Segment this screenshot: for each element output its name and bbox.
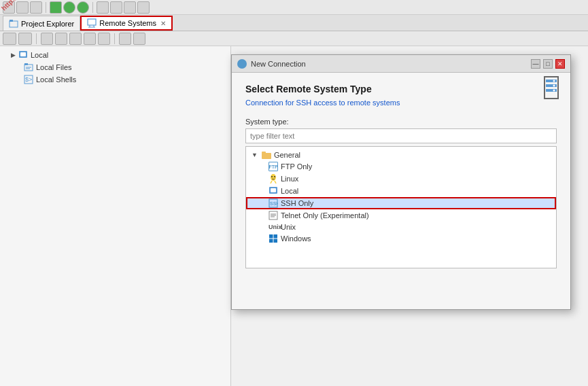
- tree-node-telnet-label: Telnet Only (Experimental): [281, 211, 369, 220]
- local-files-icon: [24, 63, 33, 72]
- ssh-connection-icon: [538, 75, 565, 102]
- tree-item-local-shells-label: Local Shells: [36, 75, 76, 84]
- ssh-icon: SSH: [269, 198, 278, 208]
- dialog-body: Select Remote System Type Connection for…: [232, 73, 570, 282]
- toolbar-btn-8[interactable]: [110, 1, 122, 14]
- svg-rect-37: [274, 234, 278, 239]
- system-type-label: System type:: [245, 118, 557, 126]
- tree-item-local-label: Local: [31, 51, 48, 59]
- tree-node-telnet[interactable]: ▶ Telnet Only (Experimental): [246, 209, 556, 222]
- svg-line-26: [271, 181, 272, 183]
- svg-point-24: [271, 176, 273, 177]
- toolbar-btn-4[interactable]: [50, 1, 62, 14]
- svg-rect-36: [269, 234, 273, 239]
- tree-node-unix[interactable]: ▶ Unix Unix: [246, 222, 556, 232]
- svg-point-20: [553, 90, 555, 92]
- linux-icon: [269, 174, 278, 183]
- tb2-btn-1[interactable]: [3, 33, 16, 45]
- dialog-heading: Select Remote System Type: [245, 84, 557, 94]
- tree-node-general-label: General: [274, 151, 300, 159]
- arrow-local-files: ▶: [16, 64, 21, 71]
- tree-node-local-label: Local: [281, 187, 298, 195]
- toolbar-btn-3[interactable]: [30, 1, 42, 14]
- svg-rect-7: [20, 52, 26, 56]
- toolbar-btn-10[interactable]: [137, 1, 150, 14]
- ide-background: http://all.kr Project Explorer: [0, 0, 588, 386]
- tb2-btn-4[interactable]: [55, 33, 67, 45]
- tb2-btn-8[interactable]: [119, 33, 131, 45]
- dialog-title-icon: [237, 59, 247, 69]
- tab-remote-systems[interactable]: Remote Systems ✕: [80, 16, 173, 31]
- telnet-icon: [269, 211, 278, 220]
- svg-point-18: [553, 80, 555, 82]
- general-folder-icon: [262, 151, 271, 159]
- tb2-btn-2[interactable]: [18, 33, 32, 45]
- tb2-btn-7[interactable]: [98, 33, 110, 45]
- tab-bar: Project Explorer Remote Systems ✕: [0, 15, 588, 31]
- tb2-btn-9[interactable]: [133, 33, 145, 45]
- tab-project-explorer-label: Project Explorer: [21, 20, 74, 28]
- chevron-general: ▼: [252, 152, 258, 158]
- tree-node-ftp[interactable]: ▶ FTP FTP Only: [246, 160, 556, 173]
- tb2-btn-5[interactable]: [69, 33, 82, 45]
- tree-node-ssh-label: SSH Only: [281, 199, 313, 207]
- arrow-local-shells: ▶: [16, 76, 21, 83]
- svg-rect-39: [274, 239, 278, 243]
- tree-node-windows-label: Windows: [281, 234, 311, 243]
- tree-node-local[interactable]: ▶ Local: [246, 185, 556, 197]
- svg-rect-1: [10, 20, 13, 22]
- ftp-icon: FTP: [269, 162, 278, 171]
- tree-item-local-files[interactable]: ▶ Local Files: [0, 61, 230, 73]
- toolbar-btn-6[interactable]: [77, 1, 89, 14]
- tree-node-general[interactable]: ▼ General: [246, 150, 556, 160]
- system-type-filter[interactable]: [245, 128, 557, 143]
- svg-point-25: [274, 176, 275, 177]
- svg-rect-29: [271, 188, 276, 192]
- svg-rect-2: [88, 19, 96, 25]
- windows-icon: [269, 234, 278, 243]
- dialog-footer: [232, 282, 570, 309]
- dialog-titlebar: New Connection — □ ✕: [232, 55, 570, 73]
- toolbar-btn-2[interactable]: [16, 1, 29, 14]
- dialog-controls: — □ ✕: [531, 59, 565, 69]
- tb2-btn-6[interactable]: [84, 33, 96, 45]
- svg-text:$>: $>: [25, 76, 32, 83]
- toolbar-btn-5[interactable]: [63, 1, 75, 14]
- unix-icon: Unix: [269, 224, 278, 230]
- system-type-tree: ▼ General ▶ FTP FTP Only ▶: [245, 146, 557, 268]
- dialog-title: New Connection: [237, 59, 306, 69]
- toolbar-sep-1: [46, 2, 46, 13]
- tab-remote-systems-close[interactable]: ✕: [160, 20, 166, 27]
- tb2-sep-1: [36, 33, 37, 44]
- dialog-maximize-btn[interactable]: □: [543, 59, 553, 69]
- remote-systems-icon: [87, 18, 97, 28]
- tree-item-local-shells[interactable]: ▶ $> Local Shells: [0, 73, 230, 86]
- tree-node-linux[interactable]: ▶ Linux: [246, 173, 556, 185]
- toolbar-btn-7[interactable]: [97, 1, 109, 14]
- tree-node-windows[interactable]: ▶ Windows: [246, 232, 556, 245]
- svg-rect-9: [24, 63, 28, 65]
- new-connection-dialog: New Connection — □ ✕ Select Remote Syste…: [231, 54, 571, 310]
- dialog-title-label: New Connection: [251, 60, 306, 68]
- tree-item-local[interactable]: ▶ Local: [0, 49, 230, 61]
- tab-remote-systems-label: Remote Systems: [99, 19, 156, 27]
- tree-node-unix-label: Unix: [281, 223, 296, 231]
- svg-text:SSH: SSH: [270, 201, 278, 206]
- local-icon: [18, 50, 28, 60]
- tree-node-ftp-label: FTP Only: [281, 162, 312, 171]
- tb2-sep-2: [114, 33, 115, 44]
- toolbar-2: [0, 31, 588, 46]
- dialog-minimize-btn[interactable]: —: [531, 59, 540, 69]
- local-shells-icon: $>: [24, 75, 33, 84]
- left-panel: ▶ Local ▶ Local Files ▶: [0, 46, 231, 386]
- tree-node-ssh[interactable]: ▶ SSH SSH Only: [246, 197, 556, 209]
- dialog-subtitle: Connection for SSH access to remote syst…: [245, 99, 557, 107]
- tree-item-local-files-label: Local Files: [36, 63, 72, 71]
- tab-project-explorer[interactable]: Project Explorer: [3, 16, 80, 31]
- tb2-btn-3[interactable]: [41, 33, 53, 45]
- toolbar-btn-9[interactable]: [124, 1, 136, 14]
- svg-rect-38: [269, 239, 273, 243]
- tree-arrow-local: ▶: [11, 52, 16, 58]
- svg-point-19: [553, 85, 555, 87]
- dialog-close-btn[interactable]: ✕: [555, 59, 565, 69]
